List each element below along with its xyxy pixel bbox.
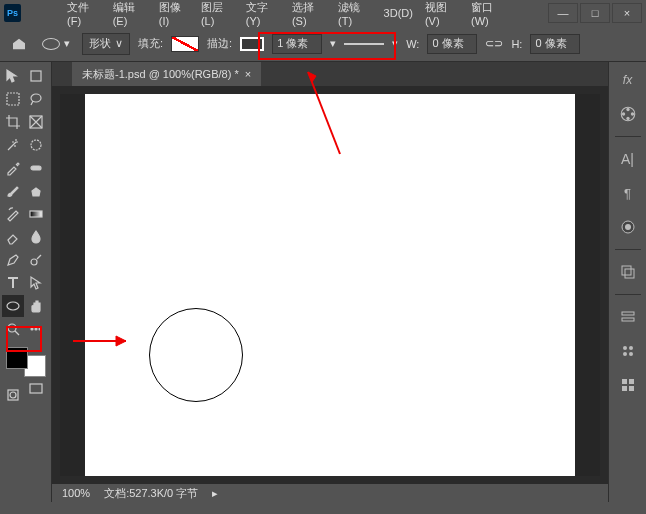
menu-select[interactable]: 选择(S) [292,0,326,27]
tool-type[interactable] [2,272,24,294]
svg-rect-26 [622,318,634,321]
svg-point-9 [8,324,16,332]
menu-window[interactable]: 窗口(W) [471,0,508,27]
window-close-button[interactable]: × [612,3,642,23]
svg-rect-1 [7,93,19,105]
tool-clone[interactable] [25,180,47,202]
status-bar: 100% 文档:527.3K/0 字节 ▸ [52,484,608,502]
stroke-style-preview[interactable] [344,43,384,45]
svg-point-18 [630,112,633,115]
tool-move[interactable] [2,65,24,87]
fill-swatch-none[interactable] [171,36,199,52]
tool-path-select[interactable] [25,272,47,294]
chevron-down-icon: ∨ [115,37,123,50]
panel-layers-icon[interactable] [616,260,640,284]
svg-point-28 [629,346,633,350]
menu-edit[interactable]: 编辑(E) [113,0,147,27]
home-icon[interactable] [8,33,30,55]
panel-paragraph-icon[interactable]: ¶ [616,181,640,205]
width-label: W: [406,38,419,50]
tool-artboard[interactable] [25,65,47,87]
panel-color-icon[interactable] [616,102,640,126]
panel-swatches-icon[interactable] [616,339,640,363]
menu-3d[interactable]: 3D(D) [384,7,413,19]
shape-mode-select[interactable]: 形状 ∨ [82,33,130,55]
tool-brush[interactable] [2,180,24,202]
tool-ellipse[interactable] [2,295,24,317]
stroke-width-input[interactable]: 1 像素 [272,34,322,54]
menu-image[interactable]: 图像(I) [159,0,189,27]
screen-mode-toggle[interactable] [25,378,47,400]
tool-magic-wand[interactable] [2,134,24,156]
width-value: 0 像素 [432,36,463,51]
menu-view[interactable]: 视图(V) [425,0,459,27]
panel-properties-icon[interactable] [616,373,640,397]
tool-zoom[interactable] [2,318,24,340]
panel-history-icon[interactable] [616,305,640,329]
panel-character-icon[interactable]: A| [616,147,640,171]
foreground-background-swatch[interactable] [6,347,46,377]
svg-point-20 [621,112,624,115]
svg-rect-23 [622,266,631,275]
document-tab[interactable]: 未标题-1.psd @ 100%(RGB/8) * × [72,62,261,86]
window-maximize-button[interactable]: □ [580,3,610,23]
active-tool-indicator[interactable]: ▾ [38,35,74,52]
shape-ellipse-1[interactable] [149,308,243,402]
width-input[interactable]: 0 像素 [427,34,477,54]
tool-frame[interactable] [25,111,47,133]
menu-file[interactable]: 文件(F) [67,0,101,27]
tool-blur[interactable] [25,226,47,248]
tool-heal[interactable] [25,157,47,179]
stroke-swatch[interactable] [240,37,264,51]
chevron-down-icon[interactable]: ▾ [392,37,398,50]
app-icon: Ps [4,4,21,22]
tool-history-brush[interactable] [2,203,24,225]
tool-pen[interactable] [2,249,24,271]
svg-point-12 [39,328,41,330]
tool-gradient[interactable] [25,203,47,225]
tool-hand[interactable] [25,295,47,317]
svg-point-30 [629,352,633,356]
window-minimize-button[interactable]: — [548,3,578,23]
zoom-level[interactable]: 100% [62,487,90,499]
chevron-right-icon[interactable]: ▸ [212,487,218,500]
svg-point-11 [35,328,37,330]
right-panel: fx A| ¶ [608,62,646,502]
panel-divider [615,294,641,295]
tool-eraser[interactable] [2,226,24,248]
fill-label: 填充: [138,36,163,51]
menu-layer[interactable]: 图层(L) [201,0,234,27]
tool-eyedropper[interactable] [2,157,24,179]
tool-dodge[interactable] [25,249,47,271]
quick-mask-toggle[interactable] [2,384,24,406]
panel-fx-icon[interactable]: fx [616,68,640,92]
tool-crop[interactable] [2,111,24,133]
toolbox [0,62,52,502]
tool-edit-toolbar[interactable] [25,318,47,340]
height-input[interactable]: 0 像素 [530,34,580,54]
close-icon[interactable]: × [245,68,251,80]
foreground-color[interactable] [6,347,28,369]
tool-lasso[interactable] [25,88,47,110]
svg-rect-0 [31,71,41,81]
stroke-width-value: 1 像素 [277,36,308,51]
svg-rect-25 [622,312,634,315]
svg-rect-5 [31,166,41,170]
chevron-down-icon: ▾ [64,37,70,50]
svg-rect-33 [622,386,627,391]
doc-size-info[interactable]: 文档:527.3K/0 字节 [104,486,198,501]
height-value: 0 像素 [535,36,566,51]
tool-rect-marquee[interactable] [2,88,24,110]
height-label: H: [511,38,522,50]
tool-quick-select[interactable] [25,134,47,156]
svg-rect-34 [629,386,634,391]
link-icon[interactable]: ⊂⊃ [485,37,503,50]
menu-filter[interactable]: 滤镜(T) [338,0,372,27]
canvas-viewport[interactable] [60,94,600,476]
panel-brush-preset-icon[interactable] [616,215,640,239]
chevron-down-icon[interactable]: ▾ [330,37,336,50]
canvas[interactable] [85,94,575,476]
svg-point-19 [626,117,629,120]
svg-point-7 [31,259,37,265]
menu-type[interactable]: 文字(Y) [246,0,280,27]
